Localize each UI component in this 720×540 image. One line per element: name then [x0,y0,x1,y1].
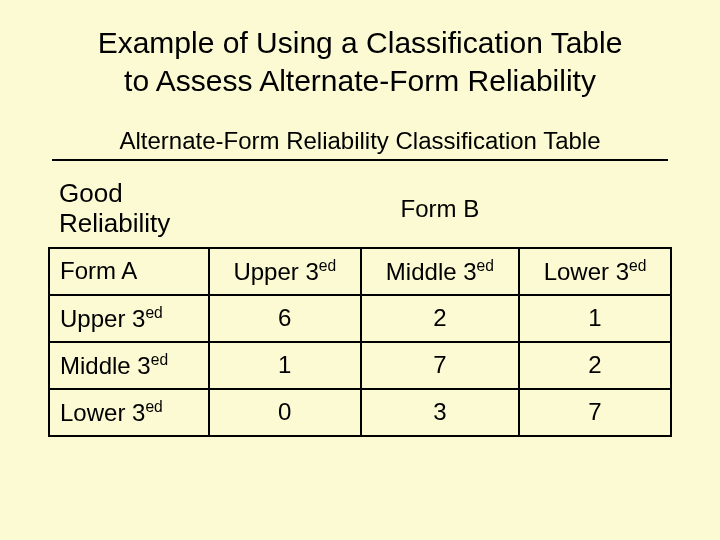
cell-r2c2: 7 [361,342,519,389]
row-header-upper: Upper 3ed [49,295,209,342]
row-header-middle: Middle 3ed [49,342,209,389]
form-b-label: Form B [209,171,671,248]
cell-r3c2: 3 [361,389,519,436]
row-header-lower: Lower 3ed [49,389,209,436]
cell-r2c3: 2 [519,342,671,389]
good-reliability-label: Good Reliability [49,171,209,248]
classification-table: Good Reliability Form B Form A Upper 3ed… [48,171,672,437]
cell-r3c3: 7 [519,389,671,436]
title-line-2: to Assess Alternate-Form Reliability [124,64,596,97]
cell-r1c2: 2 [361,295,519,342]
cell-r3c1: 0 [209,389,361,436]
form-a-label: Form A [49,248,209,295]
col-header-lower: Lower 3ed [519,248,671,295]
subtitle-underline: Alternate-Form Reliability Classificatio… [52,127,668,161]
table-subtitle: Alternate-Form Reliability Classificatio… [52,127,668,155]
title-line-1: Example of Using a Classification Table [98,26,623,59]
cell-r1c3: 1 [519,295,671,342]
col-header-middle: Middle 3ed [361,248,519,295]
col-header-upper: Upper 3ed [209,248,361,295]
slide-title: Example of Using a Classification Table … [48,24,672,99]
cell-r2c1: 1 [209,342,361,389]
cell-r1c1: 6 [209,295,361,342]
